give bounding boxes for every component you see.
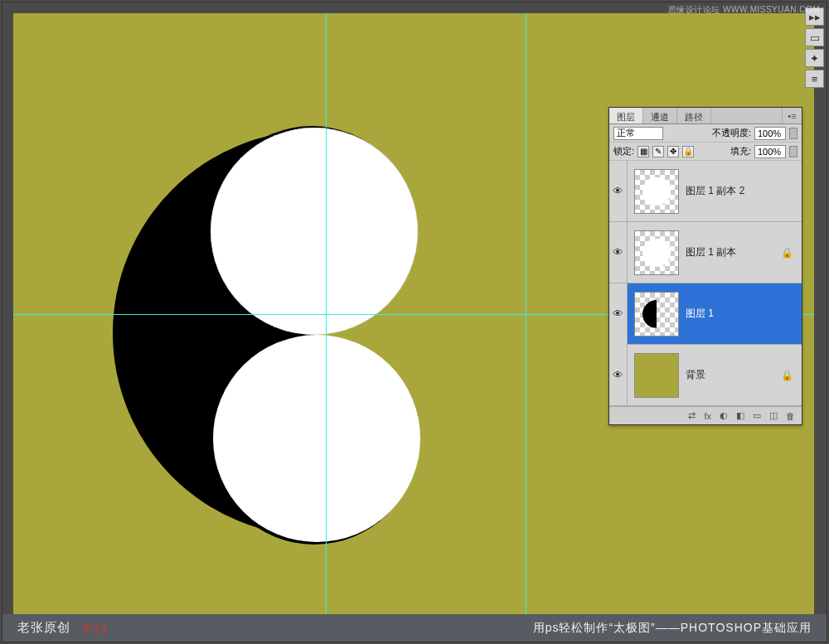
layers-panel: 图层 通道 路径 •≡ 正常 不透明度: 100% 锁定: ▦ ✎ ✥ 🔒 填充… [608,107,802,425]
layers-panel-footer: ⇄ fx ◐ ◧ ▭ ◫ 🗑 [609,406,802,424]
layer-thumbnail[interactable] [634,169,679,214]
layer-thumbnail[interactable] [634,292,679,337]
layer-row[interactable]: 👁 图层 1 副本 🔒 [609,222,802,283]
panel-menu-icon[interactable]: •≡ [782,108,802,123]
guide-vertical-right[interactable] [526,13,526,614]
layer-row[interactable]: 👁 背景 🔒 [609,345,802,406]
tab-channels[interactable]: 通道 [643,108,677,123]
opacity-stepper[interactable] [789,128,797,139]
guide-vertical-center[interactable] [326,13,327,614]
footer-caption: 老张原创 P11 用ps轻松制作“太极图”——PHOTOSHOP基础应用 [2,614,827,642]
panel-icon-1[interactable]: ▭ [805,28,824,46]
page-number: P11 [84,621,109,635]
lock-icon: 🔒 [778,247,795,259]
layer-row[interactable]: 👁 图层 1 [609,283,802,345]
shape-circle-bottom [213,335,420,542]
trash-icon[interactable]: 🗑 [786,411,795,421]
right-toolbar: ▸▸ ▭ ✦ ≡ [805,7,824,88]
tutorial-title: 用ps轻松制作“太极图”——PHOTOSHOP基础应用 [533,621,812,636]
group-icon[interactable]: ▭ [753,410,761,421]
blend-mode-select[interactable]: 正常 [613,127,663,140]
lock-all-icon[interactable]: 🔒 [682,146,694,157]
marching-ants-selection [211,128,418,335]
opacity-label: 不透明度: [712,127,751,139]
adjustment-layer-icon[interactable]: ◧ [736,410,744,421]
layer-fx-icon[interactable]: fx [704,411,711,421]
visibility-icon[interactable]: 👁 [609,161,628,222]
lock-transparent-icon[interactable]: ▦ [638,146,649,157]
layer-thumbnail[interactable] [634,230,679,275]
layer-mask-icon[interactable]: ◐ [720,410,728,421]
link-layers-icon[interactable]: ⇄ [688,410,696,421]
watermark: 思缘设计论坛 WWW.MISSYUAN.COM [668,4,820,16]
lock-position-icon[interactable]: ✥ [667,146,679,157]
layer-thumbnail[interactable] [634,353,679,398]
fill-label: 填充: [730,145,751,157]
fill-stepper[interactable] [789,146,797,157]
layer-name[interactable]: 背景 [686,368,778,382]
new-layer-icon[interactable]: ◫ [769,410,778,421]
lock-label: 锁定: [613,145,634,157]
lock-pixels-icon[interactable]: ✎ [652,146,664,157]
visibility-icon[interactable]: 👁 [609,345,628,406]
layer-name[interactable]: 图层 1 副本 [686,245,778,259]
layer-row[interactable]: 👁 图层 1 副本 2 [609,161,802,222]
panel-icon-2[interactable]: ✦ [805,49,824,67]
tab-paths[interactable]: 路径 [677,108,711,123]
fill-value[interactable]: 100% [754,145,786,158]
visibility-icon[interactable]: 👁 [609,283,628,345]
lock-icon: 🔒 [778,370,795,381]
layer-name[interactable]: 图层 1 [686,307,778,321]
author-label: 老张原创 [17,620,70,636]
layer-list: 👁 图层 1 副本 2 👁 图层 1 副本 🔒 👁 图层 1 👁 背景 [609,161,802,406]
layer-name[interactable]: 图层 1 副本 2 [686,184,778,198]
panel-icon-3[interactable]: ≡ [805,70,824,88]
visibility-icon[interactable]: 👁 [609,222,628,283]
opacity-value[interactable]: 100% [754,127,786,140]
tab-layers[interactable]: 图层 [609,108,643,123]
